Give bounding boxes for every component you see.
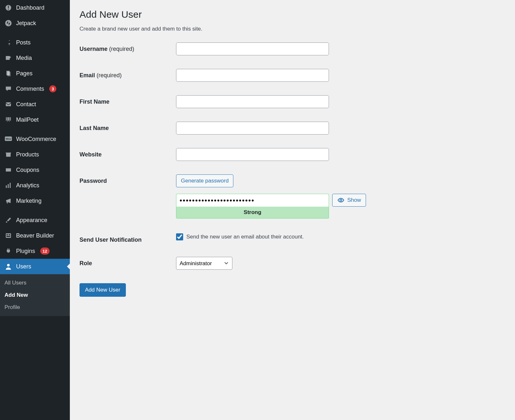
plugin-icon <box>5 247 12 255</box>
sidebar-item-users[interactable]: Users <box>0 259 70 274</box>
svg-rect-16 <box>6 236 10 237</box>
email-label: Email (required) <box>80 69 176 79</box>
sidebar-item-mailpoet[interactable]: MailPoet <box>0 112 70 127</box>
sidebar-item-label: Appearance <box>16 217 47 224</box>
password-label: Password <box>80 174 176 184</box>
mail-icon <box>5 100 12 108</box>
submenu-all-users[interactable]: All Users <box>0 277 70 289</box>
role-select[interactable]: Administrator <box>176 257 232 270</box>
show-password-button[interactable]: Show <box>332 194 366 207</box>
page-subhead: Create a brand new user and add them to … <box>80 26 505 32</box>
add-user-submit-button[interactable]: Add New User <box>80 283 126 297</box>
dashboard-icon <box>5 4 12 12</box>
svg-point-17 <box>7 264 10 266</box>
lastname-label: Last Name <box>80 122 176 132</box>
svg-rect-14 <box>6 234 8 235</box>
analytics-icon <box>5 182 12 189</box>
svg-rect-9 <box>6 153 11 154</box>
submenu-profile[interactable]: Profile <box>0 301 70 313</box>
mailpoet-icon <box>5 116 12 124</box>
svg-point-0 <box>5 20 12 26</box>
pin-icon <box>5 39 12 46</box>
products-icon <box>5 151 12 158</box>
sidebar-item-label: Analytics <box>16 182 39 189</box>
sidebar-item-label: Comments <box>16 86 44 92</box>
main-content: Add New User Create a brand new user and… <box>70 0 515 420</box>
jetpack-icon <box>5 19 12 27</box>
svg-rect-4 <box>7 72 11 76</box>
comments-badge: 3 <box>49 85 56 92</box>
username-label: Username (required) <box>80 42 176 52</box>
users-submenu: All Users Add New Profile <box>0 274 70 316</box>
password-strength: Strong <box>176 207 329 219</box>
sidebar-item-label: Jetpack <box>16 20 36 27</box>
sidebar-item-label: WooCommerce <box>16 136 56 143</box>
sidebar-item-label: Contact <box>16 101 36 108</box>
sidebar-item-label: Media <box>16 55 32 61</box>
sidebar-item-comments[interactable]: Comments 3 <box>0 81 70 97</box>
send-notification-text: Send the new user an email about their a… <box>186 234 304 240</box>
sidebar-item-media[interactable]: Media <box>0 50 70 66</box>
lastname-input[interactable] <box>176 122 329 135</box>
woocommerce-icon: Woo <box>5 135 12 143</box>
svg-point-2 <box>9 56 11 58</box>
password-input[interactable] <box>176 194 329 207</box>
sidebar-item-label: Plugins <box>16 248 35 255</box>
sidebar-item-jetpack[interactable]: Jetpack <box>0 15 70 31</box>
send-notification-checkbox[interactable] <box>176 233 183 240</box>
website-input[interactable] <box>176 148 329 161</box>
svg-point-18 <box>340 199 342 201</box>
sidebar-item-label: Beaver Builder <box>16 232 54 239</box>
media-icon <box>5 54 12 62</box>
sidebar-item-label: Products <box>16 151 39 158</box>
email-input[interactable] <box>176 69 329 82</box>
sidebar-item-label: Posts <box>16 39 31 46</box>
svg-rect-12 <box>10 183 11 188</box>
svg-rect-15 <box>9 234 10 235</box>
send-notification-label: Send User Notification <box>80 233 176 243</box>
admin-sidebar: Dashboard Jetpack Posts Media Pages Comm… <box>0 0 70 420</box>
sidebar-item-label: Dashboard <box>16 5 44 11</box>
website-label: Website <box>80 148 176 158</box>
sidebar-item-analytics[interactable]: Analytics <box>0 178 70 193</box>
sidebar-item-label: Users <box>16 263 31 270</box>
sidebar-item-appearance[interactable]: Appearance <box>0 212 70 228</box>
submenu-add-new[interactable]: Add New <box>0 289 70 301</box>
svg-rect-5 <box>6 102 11 106</box>
comment-icon <box>5 85 12 93</box>
svg-rect-1 <box>6 56 10 60</box>
sidebar-item-contact[interactable]: Contact <box>0 97 70 112</box>
role-label: Role <box>80 257 176 267</box>
pages-icon <box>5 70 12 77</box>
svg-rect-10 <box>6 185 7 188</box>
sidebar-item-pages[interactable]: Pages <box>0 66 70 81</box>
username-input[interactable] <box>176 42 329 55</box>
marketing-icon <box>5 197 12 205</box>
sidebar-item-products[interactable]: Products <box>0 147 70 162</box>
svg-rect-13 <box>6 233 11 238</box>
firstname-input[interactable] <box>176 95 329 108</box>
svg-text:Woo: Woo <box>5 137 11 140</box>
user-icon <box>5 263 12 270</box>
sidebar-item-coupons[interactable]: Coupons <box>0 162 70 178</box>
brush-icon <box>5 216 12 224</box>
sidebar-item-woocommerce[interactable]: Woo WooCommerce <box>0 131 70 147</box>
coupons-icon <box>5 166 12 174</box>
page-title: Add New User <box>80 9 505 20</box>
plugins-badge: 12 <box>40 247 49 255</box>
svg-rect-8 <box>6 154 11 157</box>
beaver-icon <box>5 232 12 239</box>
sidebar-item-plugins[interactable]: Plugins 12 <box>0 243 70 259</box>
sidebar-item-label: Pages <box>16 70 33 77</box>
svg-rect-11 <box>8 184 9 188</box>
generate-password-button[interactable]: Generate password <box>176 174 233 187</box>
sidebar-item-beaver-builder[interactable]: Beaver Builder <box>0 228 70 243</box>
firstname-label: First Name <box>80 95 176 105</box>
sidebar-item-label: Marketing <box>16 198 42 204</box>
sidebar-item-label: Coupons <box>16 167 39 173</box>
sidebar-item-posts[interactable]: Posts <box>0 35 70 50</box>
sidebar-item-dashboard[interactable]: Dashboard <box>0 0 70 15</box>
sidebar-item-marketing[interactable]: Marketing <box>0 193 70 209</box>
sidebar-item-label: MailPoet <box>16 117 39 123</box>
eye-icon <box>337 196 345 204</box>
